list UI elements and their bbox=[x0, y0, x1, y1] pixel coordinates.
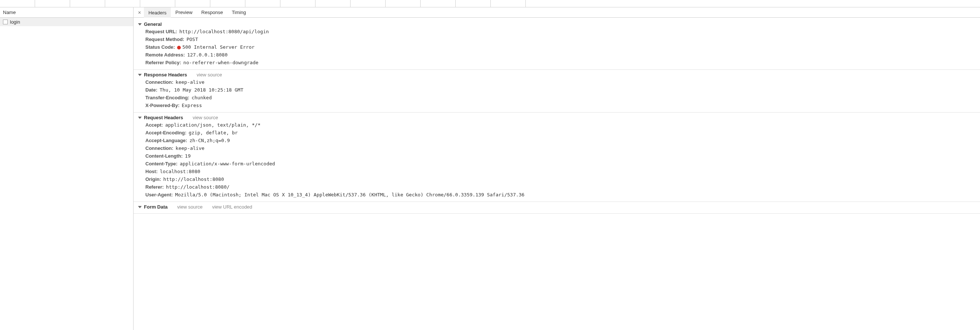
request-checkbox[interactable] bbox=[3, 19, 8, 24]
row-referrer-policy: Referrer Policy: no-referrer-when-downgr… bbox=[134, 59, 980, 67]
label-host: Host: bbox=[145, 168, 158, 175]
section-response-headers: Response Headers view source Connection:… bbox=[134, 70, 980, 113]
requests-panel: Name login bbox=[0, 7, 134, 330]
row-request-method: Request Method: POST bbox=[134, 35, 980, 43]
value-date: Thu, 10 May 2018 10:25:18 GMT bbox=[160, 86, 243, 93]
label-request-method: Request Method: bbox=[145, 36, 184, 43]
top-tab[interactable] bbox=[175, 0, 210, 7]
top-tab[interactable] bbox=[491, 0, 526, 7]
label-referrer-policy: Referrer Policy: bbox=[145, 59, 181, 66]
section-header-general[interactable]: General bbox=[134, 21, 980, 28]
top-tab[interactable] bbox=[35, 0, 70, 7]
label-user-agent: User-Agent: bbox=[145, 191, 173, 198]
row-resp-date: Date: Thu, 10 May 2018 10:25:18 GMT bbox=[134, 86, 980, 94]
status-error-icon bbox=[177, 46, 181, 49]
top-tab[interactable] bbox=[280, 0, 315, 7]
value-request-url: http://localhost:8080/api/login bbox=[179, 28, 269, 35]
value-status-code: 500 Internal Server Error bbox=[177, 43, 255, 51]
value-accept-language: zh-CN,zh;q=0.9 bbox=[189, 137, 230, 144]
row-req-accept-language: Accept-Language: zh-CN,zh;q=0.9 bbox=[134, 137, 980, 144]
section-general: General Request URL: http://localhost:80… bbox=[134, 19, 980, 70]
section-title-form-data: Form Data bbox=[144, 204, 167, 210]
detail-tabs-bar: × Headers Preview Response Timing bbox=[134, 7, 980, 18]
row-status-code: Status Code: 500 Internal Server Error bbox=[134, 43, 980, 51]
label-accept-language: Accept-Language: bbox=[145, 137, 187, 144]
value-referer: http://localhost:8080/ bbox=[166, 183, 229, 190]
row-req-content-length: Content-Length: 19 bbox=[134, 152, 980, 160]
tab-timing[interactable]: Timing bbox=[227, 7, 251, 18]
section-form-data: Form Data view source view URL encoded bbox=[134, 202, 980, 214]
label-content-length: Content-Length: bbox=[145, 153, 183, 159]
top-tab[interactable] bbox=[210, 0, 245, 7]
top-tab[interactable] bbox=[386, 0, 421, 7]
top-tab[interactable] bbox=[140, 0, 175, 7]
view-source-link[interactable]: view source bbox=[197, 72, 222, 78]
label-status-code: Status Code: bbox=[145, 43, 175, 51]
value-transfer-encoding: chunked bbox=[191, 94, 212, 101]
section-request-headers: Request Headers view source Accept: appl… bbox=[134, 113, 980, 202]
caret-down-icon bbox=[138, 116, 142, 119]
row-resp-x-powered-by: X-Powered-By: Express bbox=[134, 102, 980, 109]
label-content-type: Content-Type: bbox=[145, 160, 178, 167]
section-header-request-headers[interactable]: Request Headers view source bbox=[134, 114, 980, 121]
label-accept: Accept: bbox=[145, 121, 163, 128]
value-request-method: POST bbox=[186, 36, 198, 43]
value-x-powered-by: Express bbox=[181, 102, 202, 109]
section-header-response-headers[interactable]: Response Headers view source bbox=[134, 71, 980, 78]
label-accept-encoding: Accept-Encoding: bbox=[145, 129, 186, 136]
section-title-request-headers: Request Headers bbox=[144, 115, 183, 120]
row-resp-connection: Connection: keep-alive bbox=[134, 78, 980, 86]
name-column-header[interactable]: Name bbox=[0, 7, 133, 18]
tab-response[interactable]: Response bbox=[197, 7, 228, 18]
row-req-accept: Accept: application/json, text/plain, */… bbox=[134, 121, 980, 129]
section-title-general: General bbox=[144, 21, 162, 27]
value-referrer-policy: no-referrer-when-downgrade bbox=[183, 59, 259, 66]
value-host: localhost:8080 bbox=[160, 168, 200, 175]
label-x-powered-by: X-Powered-By: bbox=[145, 102, 179, 109]
label-remote-address: Remote Address: bbox=[145, 51, 185, 58]
row-resp-transfer-encoding: Transfer-Encoding: chunked bbox=[134, 94, 980, 102]
request-row-login[interactable]: login bbox=[0, 18, 133, 26]
value-connection: keep-alive bbox=[176, 145, 204, 152]
top-tab[interactable] bbox=[315, 0, 350, 7]
label-origin: Origin: bbox=[145, 176, 161, 183]
value-connection: keep-alive bbox=[176, 79, 204, 86]
top-tabs-bar bbox=[0, 0, 980, 7]
view-source-link[interactable]: view source bbox=[192, 115, 218, 120]
top-tab[interactable] bbox=[421, 0, 456, 7]
request-list: login bbox=[0, 18, 133, 330]
value-accept-encoding: gzip, deflate, br bbox=[189, 129, 238, 136]
tab-headers[interactable]: Headers bbox=[144, 7, 171, 18]
view-url-encoded-link[interactable]: view URL encoded bbox=[212, 204, 252, 210]
row-req-origin: Origin: http://localhost:8080 bbox=[134, 175, 980, 183]
label-request-url: Request URL: bbox=[145, 28, 177, 35]
detail-panel: × Headers Preview Response Timing Genera… bbox=[134, 7, 980, 330]
close-icon[interactable]: × bbox=[135, 10, 144, 16]
value-remote-address: 127.0.0.1:8080 bbox=[187, 51, 228, 58]
tab-preview[interactable]: Preview bbox=[171, 7, 197, 18]
value-content-length: 19 bbox=[185, 153, 191, 159]
top-tab[interactable] bbox=[245, 0, 280, 7]
row-req-connection: Connection: keep-alive bbox=[134, 144, 980, 152]
section-header-form-data[interactable]: Form Data view source view URL encoded bbox=[134, 203, 980, 210]
label-date: Date: bbox=[145, 86, 158, 93]
view-source-link[interactable]: view source bbox=[177, 204, 202, 210]
top-tab[interactable] bbox=[70, 0, 105, 7]
request-name: login bbox=[10, 19, 20, 25]
top-tab[interactable] bbox=[0, 0, 35, 7]
row-req-host: Host: localhost:8080 bbox=[134, 167, 980, 175]
row-remote-address: Remote Address: 127.0.0.1:8080 bbox=[134, 51, 980, 59]
label-referer: Referer: bbox=[145, 183, 164, 190]
detail-content: General Request URL: http://localhost:80… bbox=[134, 18, 980, 330]
value-user-agent: Mozilla/5.0 (Macintosh; Intel Mac OS X 1… bbox=[175, 191, 524, 198]
value-content-type: application/x-www-form-urlencoded bbox=[180, 160, 275, 167]
row-req-referer: Referer: http://localhost:8080/ bbox=[134, 183, 980, 191]
top-tab[interactable] bbox=[350, 0, 386, 7]
label-connection: Connection: bbox=[145, 79, 173, 86]
top-tab[interactable] bbox=[105, 0, 140, 7]
top-tab[interactable] bbox=[456, 0, 491, 7]
caret-down-icon bbox=[138, 206, 142, 208]
row-req-user-agent: User-Agent: Mozilla/5.0 (Macintosh; Inte… bbox=[134, 191, 980, 199]
caret-down-icon bbox=[138, 23, 142, 26]
row-req-content-type: Content-Type: application/x-www-form-url… bbox=[134, 160, 980, 167]
